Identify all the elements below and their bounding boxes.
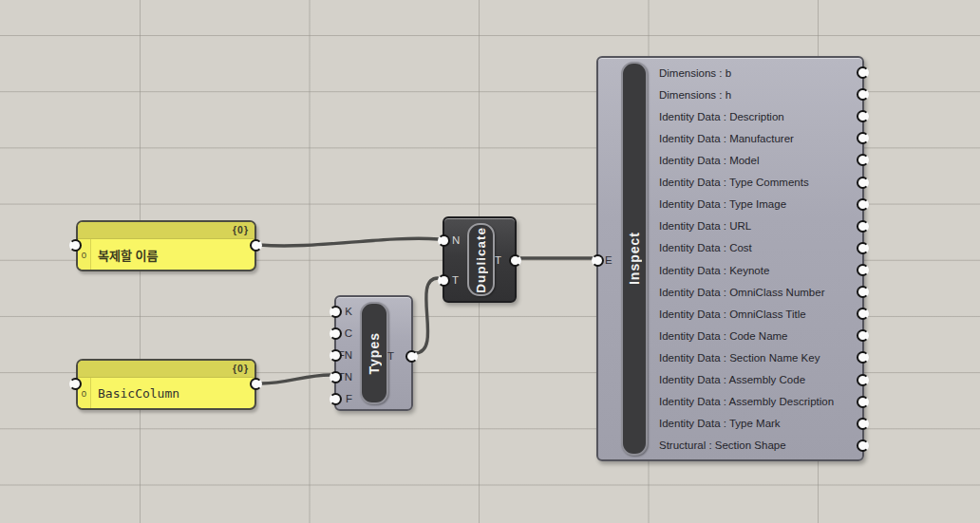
panel-value: 복제할 이름: [91, 246, 158, 264]
duplicate-input-label-t: T: [452, 274, 463, 286]
panel-row: 0 BasicColumn: [78, 378, 254, 409]
output-port-assembly-code[interactable]: [857, 374, 869, 386]
inspect-title: Inspect: [627, 232, 642, 285]
output-row: Identity Data : URL: [651, 215, 862, 237]
panel-value: BasicColumn: [91, 386, 179, 401]
panel-basiccolumn[interactable]: {0} 0 BasicColumn: [76, 359, 256, 410]
output-label: Dimensions : h: [659, 89, 731, 101]
output-row: Identity Data : Code Name: [651, 325, 862, 346]
output-row: Dimensions : h: [651, 84, 862, 105]
output-row: Identity Data : Assembly Description: [651, 391, 862, 413]
output-port-section-shape[interactable]: [857, 439, 869, 452]
output-port-type-mark[interactable]: [857, 418, 869, 430]
output-label: Identity Data : Model: [659, 155, 759, 166]
inspect-capsule[interactable]: Inspect: [621, 62, 648, 456]
output-label: Dimensions : b: [659, 67, 731, 79]
output-label: Identity Data : Section Name Key: [659, 352, 820, 364]
output-label: Identity Data : Type Mark: [659, 418, 781, 429]
output-port-type-image[interactable]: [857, 198, 869, 211]
types-input-port-c[interactable]: [330, 327, 342, 340]
panel-duplicate-name[interactable]: {0} 0 복제할 이름: [76, 220, 256, 271]
output-row: Identity Data : Manufacturer: [651, 127, 862, 149]
duplicate-capsule[interactable]: Duplicate: [467, 223, 495, 296]
output-label: Identity Data : Manufacturer: [659, 133, 794, 144]
output-label: Identity Data : Type Image: [659, 198, 786, 210]
output-label: Identity Data : Assembly Description: [659, 396, 834, 407]
types-input-port-f[interactable]: [330, 393, 342, 405]
output-port-type-comments[interactable]: [857, 177, 869, 189]
output-label: Identity Data : Description: [659, 111, 784, 122]
duplicate-title: Duplicate: [474, 227, 488, 293]
output-row: Identity Data : Model: [651, 149, 862, 171]
types-component[interactable]: Types K C FN TN F T: [334, 295, 413, 411]
output-label: Identity Data : Assembly Code: [659, 374, 805, 385]
output-port-url[interactable]: [857, 220, 869, 233]
output-port-assembly-description[interactable]: [857, 396, 869, 408]
output-label: Identity Data : Keynote: [659, 265, 769, 276]
types-title: Types: [367, 332, 382, 374]
wire-types-t-to-duplicate-t[interactable]: [415, 278, 438, 353]
types-input-port-fn[interactable]: [330, 349, 342, 362]
panel-header: {0}: [78, 222, 254, 239]
output-row: Identity Data : Section Name Key: [651, 346, 862, 368]
output-row: Identity Data : Type Mark: [651, 413, 862, 435]
panel-row: 0 복제할 이름: [78, 239, 254, 271]
output-label: Identity Data : OmniClass Number: [659, 287, 824, 298]
duplicate-input-port-n[interactable]: [438, 234, 450, 247]
panel-basiccolumn-output-port[interactable]: [250, 378, 262, 390]
panel-name-output-port[interactable]: [250, 239, 262, 252]
data-path-tag: {0}: [233, 363, 249, 374]
output-row: Identity Data : Description: [651, 105, 862, 127]
duplicate-component[interactable]: Duplicate N T T: [443, 216, 517, 303]
output-row: Identity Data : Type Image: [651, 194, 862, 215]
types-output-label-t: T: [387, 350, 399, 362]
inspect-input-port-e[interactable]: [592, 254, 604, 267]
inspect-input-label-e: E: [605, 254, 616, 266]
output-port-dimensions-b[interactable]: [857, 66, 869, 79]
duplicate-output-label-t: T: [495, 254, 506, 266]
data-path-tag: {0}: [233, 224, 249, 235]
output-row: Identity Data : OmniClass Title: [651, 303, 862, 325]
output-row: Identity Data : Cost: [651, 237, 862, 259]
inspect-output-rows: Dimensions : b Dimensions : h Identity D…: [651, 62, 862, 457]
panel-name-input-port[interactable]: [69, 239, 82, 252]
output-port-keynote[interactable]: [857, 264, 869, 276]
output-label: Identity Data : Cost: [659, 242, 752, 253]
output-row: Identity Data : Keynote: [651, 259, 862, 281]
output-row: Identity Data : OmniClass Number: [651, 281, 862, 303]
wire-panel-name-to-duplicate-n[interactable]: [259, 238, 439, 246]
wire-panel-basiccolumn-to-types-tn[interactable]: [259, 375, 332, 383]
types-output-port-t[interactable]: [405, 350, 418, 363]
duplicate-output-port-t[interactable]: [509, 254, 521, 267]
types-input-port-k[interactable]: [330, 306, 342, 318]
output-row: Identity Data : Assembly Code: [651, 369, 862, 391]
output-row: Dimensions : b: [651, 62, 862, 84]
output-label: Identity Data : OmniClass Title: [659, 308, 806, 320]
output-row: Identity Data : Type Comments: [651, 172, 862, 194]
output-label: Identity Data : Type Comments: [659, 177, 809, 188]
types-input-port-tn[interactable]: [330, 371, 342, 383]
duplicate-input-label-n: N: [452, 234, 463, 246]
inspect-component[interactable]: Inspect E Dimensions : b Dimensions : h …: [596, 56, 864, 461]
output-label: Identity Data : Code Name: [659, 330, 788, 342]
grasshopper-canvas[interactable]: {0} 0 복제할 이름 {0} 0 BasicColumn Types K C…: [0, 0, 980, 523]
output-port-cost[interactable]: [857, 242, 869, 254]
panel-header: {0}: [78, 361, 254, 378]
types-capsule[interactable]: Types: [360, 302, 388, 404]
output-label: Identity Data : URL: [659, 220, 751, 232]
duplicate-input-port-t[interactable]: [438, 274, 450, 287]
panel-basiccolumn-input-port[interactable]: [69, 378, 82, 390]
output-row: Structural : Section Shape: [651, 435, 862, 457]
output-label: Structural : Section Shape: [659, 439, 786, 451]
